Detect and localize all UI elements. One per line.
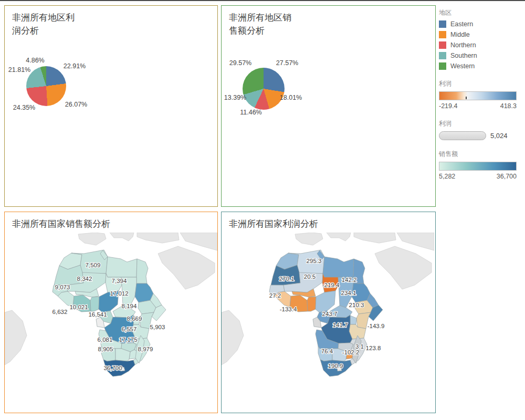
pie-slice-label: 26.07%: [65, 101, 87, 108]
profit-color-scale[interactable]: [439, 91, 517, 100]
country-value-label: 141.7: [333, 322, 348, 328]
country-value-label: -133.4: [280, 306, 297, 312]
country-value-label: 76.4: [321, 348, 333, 354]
background-landmass: [158, 246, 215, 289]
pie-slice-label: 18.01%: [280, 94, 302, 101]
country-value-label: 6,557: [122, 326, 137, 332]
legend-item-northern[interactable]: Northern: [439, 41, 519, 49]
profit-range-slider[interactable]: [439, 131, 486, 140]
country-libya[interactable]: [323, 257, 354, 277]
pie-slice-label: 29.57%: [229, 59, 251, 67]
background-landmass: [110, 233, 134, 241]
country-value-label: 6,632: [52, 309, 68, 315]
background-landmass: [5, 310, 27, 365]
color-swatch: [439, 52, 446, 59]
country-value-label: 190.9: [328, 363, 343, 369]
country-value-label: -143.9: [368, 323, 385, 329]
color-swatch: [439, 41, 446, 49]
background-landmass: [354, 233, 396, 243]
legend-item-western[interactable]: Western: [439, 62, 519, 70]
scale-max-label: 36,700: [497, 173, 517, 180]
background-landmass: [397, 233, 434, 250]
country-value-label: 7,394: [112, 278, 127, 284]
country-value-label: 270.1: [279, 276, 295, 282]
background-landmass: [295, 233, 323, 245]
profit-choropleth-map[interactable]: 295.320.5270.1142.227.2-219.4234.1-133.4…: [222, 233, 434, 411]
country-value-label: 3.1: [355, 343, 364, 350]
country-value-label: -102.2: [342, 349, 360, 355]
top-divider: [0, 0, 525, 1]
sales-gradient-legend: 销售额 5,282 36,700: [439, 150, 519, 180]
legend-item-label: Southern: [450, 52, 477, 59]
pie-slice-label: 4.86%: [26, 57, 44, 64]
dashboard: 非洲所有地区利润分析 22.91% 26.07% 24.35% 21.81% 4…: [0, 0, 525, 420]
color-swatch: [439, 31, 446, 38]
page-title: 非洲所有国家销售额分析: [5, 212, 217, 233]
country-value-label: 8,979: [138, 346, 153, 352]
background-landmass: [327, 233, 351, 241]
country-value-label: 142.2: [342, 277, 357, 283]
color-swatch: [439, 20, 446, 28]
sales-pie-chart[interactable]: [243, 68, 285, 110]
page-title: 非洲所有国家利润分析: [222, 212, 435, 233]
background-landmass: [137, 233, 179, 243]
background-landmass: [222, 310, 244, 365]
country-libya[interactable]: [106, 257, 137, 277]
country-value-label: 8,194: [122, 303, 137, 309]
panel-region-sales-pie: 非洲所有地区销售额分析 27.57% 18.01% 11.46% 13.39% …: [221, 5, 436, 207]
country-value-label: 210.3: [349, 302, 364, 308]
color-swatch: [439, 62, 446, 70]
country-nigeria[interactable]: [316, 291, 335, 312]
scale-max-label: 418.3: [500, 102, 517, 110]
country-value-label: 8,905: [98, 346, 113, 352]
country-egypt[interactable]: [136, 259, 148, 284]
sales-color-scale[interactable]: [439, 162, 517, 171]
legend-title: 利润: [439, 119, 519, 128]
country-value-label: 27.2: [269, 292, 281, 299]
country-value-label: 8,669: [127, 316, 142, 322]
legend-title: 地区: [439, 8, 519, 17]
country-benin[interactable]: [90, 297, 99, 311]
country-value-label: 36,700: [103, 365, 122, 371]
country-benin[interactable]: [307, 297, 316, 311]
country-value-label: 5,903: [150, 324, 165, 330]
country-value-label: 8,342: [77, 276, 92, 282]
pie-slice-label: 11.46%: [240, 109, 261, 116]
country-value-label: 10,021: [69, 304, 88, 310]
background-landmass: [375, 246, 432, 289]
pie-slice-label: 22.91%: [64, 62, 86, 70]
pie-slice-label: 27.57%: [276, 59, 298, 67]
legend-item-label: Western: [450, 62, 475, 70]
scale-min-label: 5,282: [439, 173, 455, 180]
profit-gradient-legend: 利润 -219.4 418.3: [439, 79, 519, 110]
legend-item-label: Eastern: [450, 20, 473, 28]
country-uganda[interactable]: [350, 316, 356, 324]
country-value-label: 6,081: [98, 337, 113, 343]
country-value-label: -219.4: [322, 282, 340, 288]
panel-country-profit-map: 非洲所有国家利润分析 295.320.5270.1142.227.2-219.4…: [221, 212, 436, 413]
pie-slice-label: 21.81%: [8, 66, 30, 74]
legend-item-eastern[interactable]: Eastern: [439, 20, 519, 28]
legend-panel: 地区 EasternMiddleNorthernSouthernWestern …: [439, 7, 519, 190]
legend-title: 销售额: [439, 150, 519, 159]
scale-min-label: -219.4: [439, 102, 457, 110]
legend-item-middle[interactable]: Middle: [439, 31, 519, 38]
page-title: 非洲所有地区销售额分析: [222, 6, 306, 39]
pie-slice-label: 24.35%: [13, 104, 35, 111]
country-value-label: 234.1: [341, 290, 356, 296]
country-value-label: 123.8: [366, 345, 381, 351]
legend-item-label: Northern: [450, 41, 476, 49]
legend-item-label: Middle: [450, 31, 470, 38]
country-value-label: 243.7: [322, 311, 338, 317]
page-title: 非洲所有地区利润分析: [5, 6, 89, 39]
legend-title: 利润: [439, 79, 519, 88]
profit-pie-chart[interactable]: [26, 66, 66, 106]
profit-filter-legend: 利润 5,024: [439, 119, 519, 140]
legend-item-southern[interactable]: Southern: [439, 52, 519, 59]
country-value-label: 9,073: [55, 284, 70, 290]
country-value-label: 16,541: [88, 311, 107, 318]
background-landmass: [78, 233, 106, 245]
country-value-label: 17,175: [119, 337, 137, 343]
sales-choropleth-map[interactable]: 7,5098,3427,3949,07310,0216,63216,54117,…: [5, 233, 217, 411]
country-value-label: 20.5: [304, 274, 316, 280]
